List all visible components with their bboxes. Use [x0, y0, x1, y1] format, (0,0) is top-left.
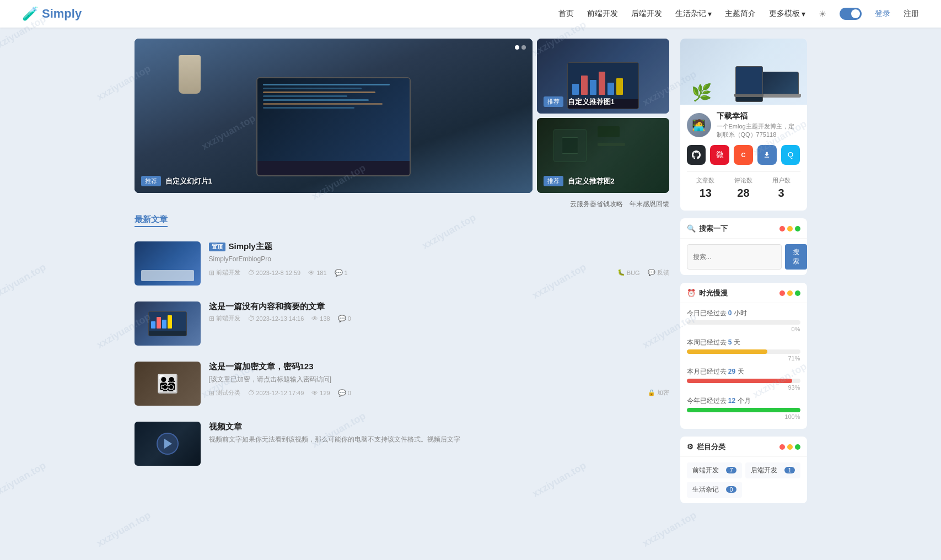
time-title-text: 时光慢漫 [699, 288, 728, 298]
nav-home-label: 首页 [558, 9, 574, 19]
search-widget-dots [779, 226, 800, 231]
sidebar-hero-image: 🌿 [680, 39, 807, 105]
category-icon: ⊞ [209, 315, 214, 322]
article-title[interactable]: 这是一篇加密文章，密码123 [209, 362, 669, 372]
hero-side-1[interactable]: 推荐 自定义推荐图1 [537, 39, 669, 114]
search-input[interactable] [687, 244, 782, 270]
download-icon[interactable] [757, 145, 777, 165]
clock-icon: ⏱ [248, 315, 255, 322]
meta-date: ⏱ 2023-12-12 17:49 [248, 389, 304, 397]
meta-date-text: 2023-12-8 12:59 [256, 270, 301, 276]
dot-yellow [787, 290, 793, 296]
article-meta-full: ⊞ 前端开发 ⏱ 2023-12-8 12:59 👁 181 [209, 268, 669, 277]
time-year-bar-bg [687, 408, 800, 412]
dot-red [779, 226, 785, 231]
eye-icon: 👁 [311, 315, 318, 322]
stat-comments-value: 28 [734, 187, 752, 200]
time-month-label: 本月已经过去 29 天 [687, 367, 800, 376]
search-widget-title: 🔍 搜索一下 [687, 224, 728, 234]
action-lock-label: 加密 [657, 389, 669, 397]
article-title[interactable]: 视频文章 [209, 422, 669, 432]
register-button[interactable]: 注册 [904, 9, 919, 19]
time-week-label: 本周已经过去 5 天 [687, 338, 800, 347]
action-bug[interactable]: 🐛 BUG [617, 268, 640, 277]
meta-comments-text: 0 [348, 315, 351, 322]
clock-icon: ⏱ [248, 269, 255, 277]
meta-comments-text: 0 [348, 390, 351, 396]
nav-theme[interactable]: 主题简介 [725, 9, 756, 19]
watermark: xxziyuan.top [0, 460, 48, 500]
thumb-emoji-img: 👨‍👩‍👧‍👦 [135, 362, 201, 406]
time-month-bar [687, 379, 793, 383]
section-latest-title: 最新文章 [135, 214, 168, 227]
search-title-icon: 🔍 [687, 224, 696, 233]
category-widget-title: ⚙ 栏目分类 [687, 442, 725, 452]
csdn-icon[interactable]: C [734, 145, 753, 165]
stats-row: 文章数 13 评论数 28 用户数 3 [687, 171, 800, 204]
nav-backend[interactable]: 后端开发 [631, 9, 662, 19]
profile-desc: 一个Emlog主题开发博主，定制联系（QQ）775118 [717, 122, 800, 139]
article-thumb [135, 241, 201, 286]
article-nav-link-2[interactable]: 年末感恩回馈 [630, 200, 669, 209]
site-logo[interactable]: 🧪 Simply [22, 6, 82, 21]
time-widget-title-row: ⏰ 时光慢漫 [680, 283, 807, 303]
logo-text: Simply [42, 7, 82, 21]
nav-frontend[interactable]: 前端开发 [587, 9, 618, 19]
eye-icon: 👁 [308, 269, 315, 277]
time-month: 本月已经过去 29 天 93% [687, 367, 800, 391]
meta-comments: 💬 1 [335, 269, 348, 277]
category-title-text: 栏目分类 [697, 442, 725, 452]
search-title-text: 搜索一下 [699, 224, 728, 234]
hero-main-badge: 推荐 自定义幻灯片1 [141, 176, 212, 186]
profile-text: 下载幸福 一个Emlog主题开发博主，定制联系（QQ）775118 [717, 111, 800, 139]
hero-dot-2[interactable] [521, 45, 526, 50]
cat-item-life[interactable]: 生活杂记 0 [687, 482, 742, 498]
thumb-laptop-img [135, 301, 201, 346]
cat-item-backend[interactable]: 后端开发 1 [745, 462, 800, 478]
article-info: 置顶Simply主题 SimplyForEmblogPro ⊞ 前端开发 ⏱ 2… [209, 241, 669, 286]
theme-toggle[interactable] [840, 8, 862, 20]
bug-icon: 🐛 [617, 269, 625, 276]
nav-more[interactable]: 更多模板 ▾ [769, 9, 805, 19]
time-week-bar [687, 349, 767, 354]
hero-side-title-2: 自定义推荐图2 [568, 176, 615, 186]
cat-count-frontend: 7 [726, 467, 736, 473]
cat-item-frontend[interactable]: 前端开发 7 [687, 462, 742, 478]
social-icons: 微 C Q [687, 145, 800, 165]
article-top-tag: 置顶 [209, 243, 225, 251]
article-excerpt: SimplyForEmblogPro [209, 254, 669, 264]
search-button[interactable]: 搜索 [785, 244, 807, 270]
article-thumb: 👨‍👩‍👧‍👦 [135, 362, 201, 406]
article-meta-full: ⊞ 测试分类 ⏱ 2023-12-12 17:49 👁 129 [209, 389, 669, 397]
hero-dot-1[interactable] [515, 45, 519, 50]
watermark: xxziyuan.top [0, 261, 48, 301]
hero-side-2[interactable]: 推荐 自定义推荐图2 [537, 118, 669, 193]
article-title[interactable]: 这是一篇没有内容和摘要的文章 [209, 301, 669, 312]
time-today-value: 0 [728, 309, 732, 317]
time-year-value: 12 [728, 397, 735, 405]
action-feedback[interactable]: 💬 反馈 [648, 268, 669, 277]
chevron-down-icon: ▾ [802, 9, 805, 18]
search-widget: 🔍 搜索一下 搜索 [680, 218, 807, 275]
logo-icon: 🧪 [22, 6, 39, 21]
meta-views-text: 181 [316, 270, 326, 276]
time-week: 本周已经过去 5 天 71% [687, 338, 800, 362]
time-today-percent: 0% [687, 326, 800, 332]
article-item: 视频文章 视频前文字如果你无法看到该视频，那么可能你的电脑不支持该文件格式。视频… [135, 414, 669, 474]
qq-icon[interactable]: Q [781, 145, 800, 165]
meta-date-text: 2023-12-13 14:16 [256, 315, 304, 322]
header: 🧪 Simply 首页 前端开发 后端开发 生活杂记 ▾ 主题简介 更多模板 ▾… [0, 0, 941, 28]
nav-life[interactable]: 生活杂记 ▾ [675, 9, 712, 19]
hero-main-slide[interactable]: 推荐 自定义幻灯片1 [135, 39, 533, 193]
nav-theme-label: 主题简介 [725, 9, 756, 19]
github-icon[interactable] [687, 145, 706, 165]
stat-comments: 评论数 28 [734, 176, 752, 200]
article-title[interactable]: 置顶Simply主题 [209, 241, 669, 252]
weibo-icon[interactable]: 微 [710, 145, 729, 165]
login-button[interactable]: 登录 [875, 9, 890, 19]
nav-home[interactable]: 首页 [558, 9, 574, 19]
article-item: 这是一篇没有内容和摘要的文章 ⊞ 前端开发 ⏱ 2023-12-13 14:16 [135, 294, 669, 354]
article-info: 这是一篇加密文章，密码123 [该文章已加密，请点击标题输入密码访问] ⊞ 测试… [209, 362, 669, 406]
time-row: 今日已经过去 0 小时 0% 本周已经过去 5 天 71% [680, 303, 807, 429]
article-nav-link-1[interactable]: 云服务器省钱攻略 [570, 200, 623, 209]
